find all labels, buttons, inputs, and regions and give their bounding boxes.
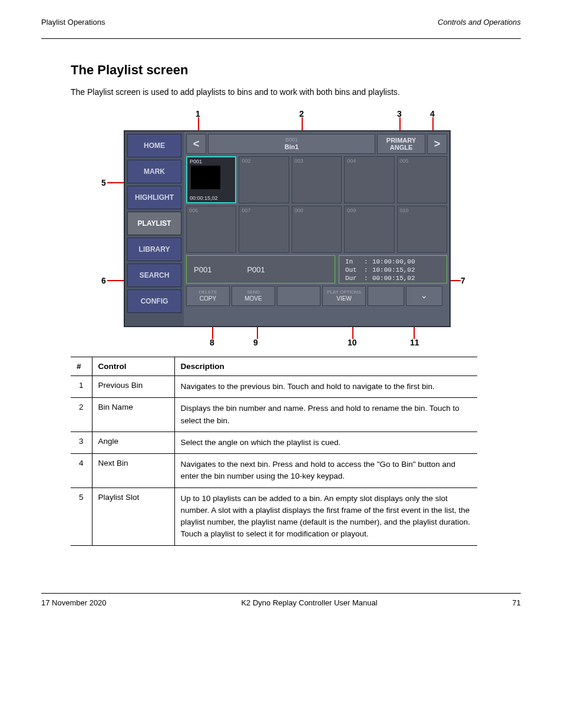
callout-7: 7 [461,276,465,285]
previous-bin-button[interactable]: < [186,134,206,154]
playlist-slot[interactable]: P001 P001 00:00:15,02 [186,156,236,203]
playlist-name-field[interactable]: P001 P001 [186,255,335,284]
footer-page: 71 [513,598,521,607]
th-num: # [71,357,92,376]
slot-number: 008 [295,207,303,213]
sidebar-item-config[interactable]: CONFIG [127,289,181,313]
th-control: Control [92,357,174,376]
playlist-slot[interactable]: 005 [397,156,447,203]
cell-control: Next Bin [92,454,174,488]
slot-number: 002 [242,158,250,164]
button-alt-label: DELETE [199,290,217,295]
button-label: COPY [200,295,216,302]
header-rule [41,38,521,39]
cell-desc: Displays the bin number and name. Press … [174,398,477,432]
bin-id: B001 [285,137,297,143]
expand-button[interactable]: ⌄ [406,286,442,306]
playlist-screen-diagram: 1 2 3 4 5 6 7 8 9 10 11 HOME MARK HIGHLI… [71,109,477,351]
leader-line [212,326,213,339]
slot-number: 007 [242,207,250,213]
spare-button[interactable] [368,286,404,306]
callout-6: 6 [101,276,106,285]
info-bar: P001 P001 In:10:00:00,00 Out:10:00:15,02… [186,255,447,284]
page-footer: 17 November 2020 K2 Dyno Replay Controll… [41,593,521,607]
playlist-grid: P001 P001 00:00:15,02 002 003 004 005 00… [186,156,447,253]
slot-number: 005 [400,158,409,164]
cell-control: Angle [92,431,174,453]
header-right: Controls and Operations [438,18,521,27]
table-row: 2 Bin Name Displays the bin number and n… [71,398,477,432]
table-row: 1 Previous Bin Navigates to the previous… [71,376,477,398]
move-button[interactable]: SEND MOVE [232,286,275,306]
cell-num: 3 [71,431,92,453]
section-title: The Playlist screen [71,62,521,78]
controls-table: # Control Description 1 Previous Bin Nav… [71,357,477,546]
leader-line [257,326,258,339]
intro-text: The Playlist screen is used to add playl… [71,86,521,98]
cell-num: 5 [71,487,92,545]
callout-5: 5 [101,178,106,187]
copy-button[interactable]: DELETE COPY [186,286,230,306]
sidebar-item-mark[interactable]: MARK [127,160,181,183]
tc-in: 10:00:00,00 [372,258,415,266]
cell-num: 4 [71,454,92,488]
playlist-slot[interactable]: 009 [344,206,394,253]
cell-desc: Select the angle on which the playlist i… [174,431,477,453]
slot-number: 006 [189,207,198,213]
slot-number: 003 [295,158,303,164]
slot-thumbnail [191,166,220,189]
playlist-slot[interactable]: 006 [186,206,236,253]
cell-control: Previous Bin [92,376,174,398]
button-label: VIEW [336,295,352,302]
tc-in-label: In [345,258,364,266]
slot-id: P001 [190,159,202,164]
header-left: Playlist Operations [41,18,105,27]
playlist-slot[interactable]: 004 [344,156,394,203]
playlist-panel: HOME MARK HIGHLIGHT PLAYLIST LIBRARY SEA… [124,130,451,327]
playlist-id: P001 [194,265,211,274]
button-alt-label: PLAY OPTIONS [327,290,361,295]
sidebar: HOME MARK HIGHLIGHT PLAYLIST LIBRARY SEA… [125,131,184,326]
bin-name-button[interactable]: B001 Bin1 [208,134,375,154]
cell-num: 2 [71,398,92,432]
playlist-slot[interactable]: 010 [397,206,447,253]
panel-main: < B001 Bin1 PRIMARY ANGLE > P001 P001 00… [184,131,449,326]
playlist-slot[interactable]: 003 [292,156,342,203]
sidebar-item-home[interactable]: HOME [127,134,181,157]
slot-duration: 00:00:15,02 [190,195,218,201]
angle-button[interactable]: PRIMARY ANGLE [377,134,425,154]
sidebar-item-playlist[interactable]: PLAYLIST [127,212,181,235]
callout-8: 8 [210,338,214,347]
callout-9: 9 [253,338,258,347]
callout-11: 11 [410,338,419,347]
cell-desc: Navigates to the next bin. Press and hol… [174,454,477,488]
footer-product: K2 Dyno Replay Controller User Manual [241,598,377,607]
table-row: 3 Angle Select the angle on which the pl… [71,431,477,453]
table-row: 4 Next Bin Navigates to the next bin. Pr… [71,454,477,488]
chevron-down-icon: ⌄ [421,291,428,300]
leader-line [352,326,353,339]
tc-dur: 00:00:15,02 [372,275,415,283]
page-header: Playlist Operations Controls and Operati… [41,18,521,28]
blank-button[interactable] [277,286,320,306]
callout-10: 10 [348,338,357,347]
playlist-slot[interactable]: 002 [239,156,289,203]
footer-date: 17 November 2020 [41,598,107,607]
tc-out: 10:00:15,02 [372,266,415,275]
button-label: MOVE [244,295,262,302]
cell-num: 1 [71,376,92,398]
bin-name: Bin1 [285,143,299,150]
button-alt-label: SEND [247,290,260,295]
table-row: 5 Playlist Slot Up to 10 playlists can b… [71,487,477,545]
slot-number: 009 [347,207,356,213]
cell-desc: Up to 10 playlists can be added to a bin… [174,487,477,545]
view-button[interactable]: PLAY OPTIONS VIEW [322,286,366,306]
sidebar-item-library[interactable]: LIBRARY [127,238,181,261]
bin-toolbar: < B001 Bin1 PRIMARY ANGLE > [186,134,447,154]
slot-number: 010 [400,207,409,213]
next-bin-button[interactable]: > [427,134,447,154]
playlist-slot[interactable]: 008 [292,206,342,253]
sidebar-item-search[interactable]: SEARCH [127,263,181,287]
playlist-slot[interactable]: 007 [239,206,289,253]
sidebar-item-highlight[interactable]: HIGHLIGHT [127,186,181,209]
